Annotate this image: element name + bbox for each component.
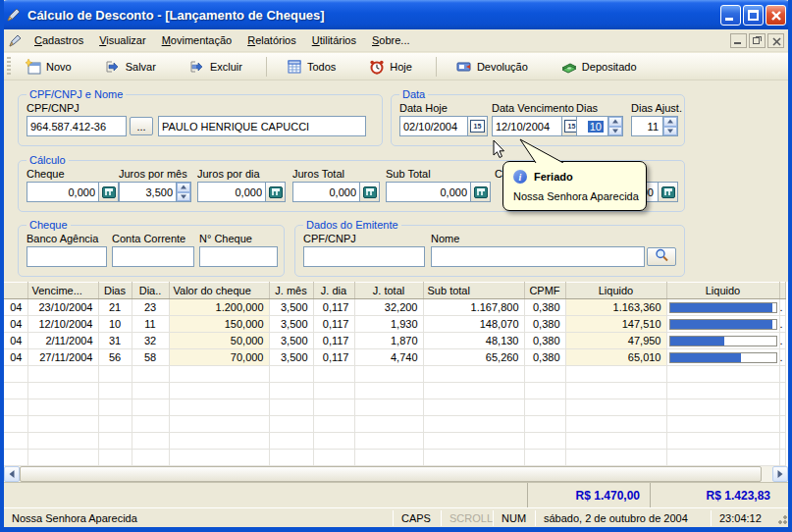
table-cell[interactable]: 56: [98, 349, 132, 366]
scroll-left-button[interactable]: [4, 466, 20, 482]
empty-cell[interactable]: [27, 383, 98, 399]
hoje-button[interactable]: Hoje: [359, 55, 422, 79]
table-cell[interactable]: 0,117: [313, 349, 354, 366]
column-header[interactable]: Valor do cheque: [169, 283, 269, 299]
empty-cell[interactable]: [354, 383, 423, 399]
cheque-input[interactable]: [27, 183, 98, 201]
empty-cell[interactable]: [565, 383, 666, 399]
menu-cadastros[interactable]: Cadastros: [26, 31, 91, 49]
empty-cell[interactable]: [423, 450, 524, 466]
empty-cell[interactable]: [4, 366, 27, 383]
spin-down-icon[interactable]: [608, 127, 622, 136]
empty-cell[interactable]: [666, 399, 779, 416]
column-header[interactable]: J. mês: [269, 283, 313, 299]
maximize-button[interactable]: [743, 5, 764, 26]
nome-input[interactable]: [159, 117, 365, 135]
table-cell[interactable]: 0,380: [524, 333, 565, 349]
empty-cell[interactable]: [565, 416, 666, 433]
table-cell[interactable]: 58: [132, 349, 169, 366]
table-cell[interactable]: 21: [98, 299, 132, 316]
liquido-bar-cell[interactable]: [666, 349, 779, 366]
depositado-button[interactable]: Depositado: [552, 55, 647, 79]
empty-cell[interactable]: [27, 450, 98, 466]
empty-cell[interactable]: [169, 450, 269, 466]
empty-cell[interactable]: [565, 366, 666, 383]
empty-cell[interactable]: [313, 450, 354, 466]
empty-cell[interactable]: [423, 433, 524, 450]
toolbar-grip[interactable]: [7, 57, 11, 77]
table-cell[interactable]: 3,500: [269, 349, 313, 366]
spin-down-icon[interactable]: [663, 127, 677, 136]
empty-cell[interactable]: [779, 416, 785, 433]
sub-total-calc-button[interactable]: [470, 183, 490, 201]
table-cell[interactable]: 23/10/2004: [27, 299, 98, 316]
empty-cell[interactable]: [269, 366, 313, 383]
resize-grip[interactable]: [774, 511, 788, 525]
table-cell[interactable]: 48,130: [423, 333, 524, 349]
empty-cell[interactable]: [524, 366, 565, 383]
empty-cell[interactable]: [423, 383, 524, 399]
spin-up-icon[interactable]: [608, 117, 622, 127]
table-cell[interactable]: 11: [132, 316, 169, 333]
juros-mes-input[interactable]: [120, 183, 176, 201]
excluir-button[interactable]: Excluir: [180, 55, 252, 79]
liquido-bar-cell[interactable]: [666, 299, 779, 316]
table-cell[interactable]: 70,000: [169, 349, 269, 366]
empty-cell[interactable]: [779, 399, 785, 416]
empty-cell[interactable]: [313, 399, 354, 416]
empty-cell[interactable]: [169, 416, 269, 433]
menu-movimentacao[interactable]: Movimentação: [154, 31, 240, 49]
empty-cell[interactable]: [132, 450, 169, 466]
table-cell[interactable]: 10: [98, 316, 132, 333]
empty-cell[interactable]: [666, 433, 779, 450]
table-cell[interactable]: 47,950: [565, 333, 666, 349]
table-cell[interactable]: 32,200: [354, 299, 423, 316]
empty-cell[interactable]: [132, 366, 169, 383]
empty-cell[interactable]: [313, 416, 354, 433]
column-header[interactable]: Liquido: [666, 283, 779, 299]
table-cell[interactable]: 4,740: [354, 349, 423, 366]
empty-cell[interactable]: [98, 450, 132, 466]
table-cell[interactable]: 27/11/2004: [27, 349, 98, 366]
mdi-minimize-button[interactable]: [730, 33, 747, 48]
empty-cell[interactable]: [132, 433, 169, 450]
table-cell[interactable]: 0,380: [524, 349, 565, 366]
empty-cell[interactable]: [524, 416, 565, 433]
juros-dia-input[interactable]: [198, 183, 265, 201]
empty-cell[interactable]: [524, 383, 565, 399]
empty-cell[interactable]: [269, 433, 313, 450]
emitente-cpf-input[interactable]: [304, 247, 424, 266]
column-header[interactable]: CPMF: [524, 283, 565, 299]
empty-cell[interactable]: [27, 416, 98, 433]
close-button[interactable]: [766, 5, 786, 26]
empty-cell[interactable]: [565, 399, 666, 416]
empty-cell[interactable]: [169, 399, 269, 416]
empty-cell[interactable]: [779, 366, 785, 383]
juros-total-input[interactable]: [293, 183, 359, 201]
table-cell[interactable]: 65,260: [423, 349, 524, 366]
table-cell[interactable]: 3,500: [269, 316, 313, 333]
empty-cell[interactable]: [354, 416, 423, 433]
table-cell[interactable]: 148,070: [423, 316, 524, 333]
empty-cell[interactable]: [269, 383, 313, 399]
table-cell[interactable]: 0,117: [313, 316, 354, 333]
empty-cell[interactable]: [666, 450, 779, 466]
liquido-bar-cell[interactable]: [666, 333, 779, 349]
table-cell[interactable]: 0,380: [524, 299, 565, 316]
empty-cell[interactable]: [169, 433, 269, 450]
empty-cell[interactable]: [98, 416, 132, 433]
table-cell[interactable]: 1.163,360: [565, 299, 666, 316]
empty-cell[interactable]: [98, 399, 132, 416]
empty-cell[interactable]: [269, 450, 313, 466]
empty-cell[interactable]: [4, 399, 27, 416]
empty-cell[interactable]: [132, 416, 169, 433]
empty-cell[interactable]: [169, 383, 269, 399]
spin-up-icon[interactable]: [177, 183, 190, 192]
emitente-nome-input[interactable]: [432, 247, 644, 266]
empty-cell[interactable]: [524, 433, 565, 450]
table-cell[interactable]: 32: [132, 333, 169, 349]
sub-total-input[interactable]: [387, 183, 470, 201]
column-header[interactable]: Liquido: [565, 283, 666, 299]
column-header[interactable]: [4, 283, 27, 299]
empty-cell[interactable]: [269, 416, 313, 433]
